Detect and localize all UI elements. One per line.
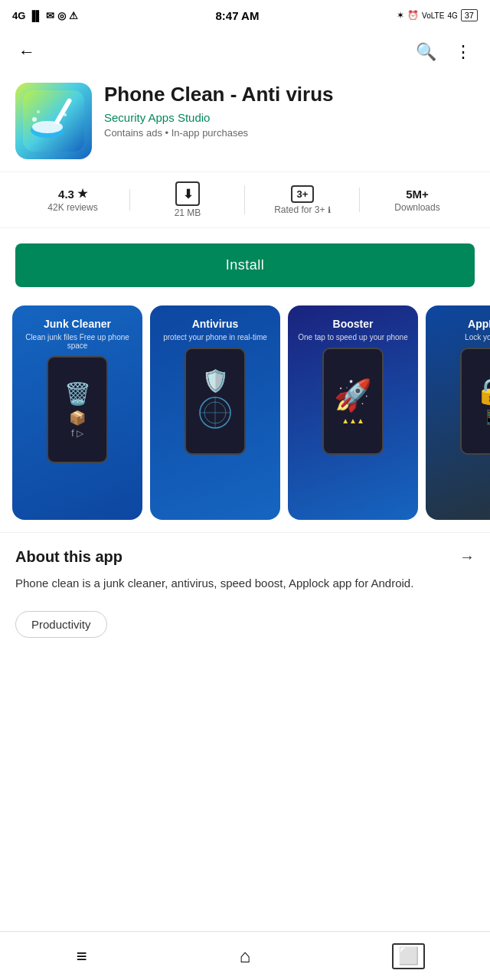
warning-icon: ⚠ [69, 10, 78, 21]
sc-title-2: Antivirus [186, 318, 245, 330]
bottom-nav-home[interactable]: ⌂ [163, 932, 326, 980]
stat-rating: 4.3 ★ 42K reviews [15, 187, 130, 213]
star-icon: ★ [77, 187, 87, 201]
back-nav-icon: ⬜ [392, 943, 425, 969]
app-icon [15, 83, 92, 159]
rating-value: 4.3 ★ [58, 187, 87, 201]
install-button[interactable]: Install [15, 243, 475, 287]
svg-point-5 [64, 113, 67, 116]
screenshot-applock[interactable]: AppLock Lock your apps 🔒 📱 [426, 305, 490, 520]
sc-subtitle-1: Clean junk files Free up phone space [12, 333, 142, 350]
home-icon: ⌂ [240, 946, 251, 967]
stats-row: 4.3 ★ 42K reviews ⬇ 21 MB 3+ Rated for 3… [0, 172, 490, 228]
about-section: About this app → Phone clean is a junk c… [0, 532, 490, 602]
sc-subtitle-4: Lock your apps [459, 333, 490, 341]
size-label: 21 MB [175, 207, 201, 218]
sc-title-1: Junk Cleaner [38, 318, 117, 330]
menu-icon: ≡ [77, 946, 87, 967]
search-button[interactable]: 🔍 [410, 36, 443, 68]
bottom-nav-menu[interactable]: ≡ [0, 932, 163, 980]
sc-phone-2: 🛡️ [185, 348, 246, 455]
app-info: Phone Clean - Anti virus Security Apps S… [104, 83, 475, 139]
sc-title-3: Booster [327, 318, 380, 330]
about-header: About this app → [15, 548, 475, 566]
volte-icon: VoLTE [422, 11, 444, 20]
bottom-nav: ≡ ⌂ ⬜ [0, 931, 490, 980]
nav-bar: ← 🔍 ⋮ [0, 31, 490, 74]
download-icon: ⬇ [175, 181, 200, 206]
signal-bars: ▐▌ [28, 10, 42, 21]
more-options-button[interactable]: ⋮ [449, 36, 478, 68]
status-left: 4G ▐▌ ✉ ◎ ⚠ [12, 10, 78, 21]
svg-point-4 [32, 117, 37, 122]
status-time: 8:47 AM [215, 9, 259, 22]
status-bar: 4G ▐▌ ✉ ◎ ⚠ 8:47 AM ✶ ⏰ VoLTE 4G 37 [0, 0, 490, 31]
sc-phone-3: 🚀 ▲▲▲ [322, 348, 384, 455]
size-value: ⬇ [175, 181, 200, 206]
tag-section: Productivity [0, 602, 490, 653]
bluetooth-icon: ✶ [397, 10, 404, 21]
svg-rect-0 [23, 90, 84, 152]
svg-point-3 [32, 121, 63, 133]
screenshot-booster[interactable]: Booster One tap to speed up your phone 🚀… [288, 305, 418, 520]
sc-phone-4: 🔒 📱 [460, 348, 490, 455]
svg-point-6 [37, 110, 40, 113]
sc-subtitle-2: protect your phone in real-time [157, 333, 273, 341]
downloads-label: Downloads [394, 202, 439, 213]
message-icon: ✉ [46, 10, 54, 21]
screenshot-junk-cleaner[interactable]: Junk Cleaner Clean junk files Free up ph… [12, 305, 142, 520]
bottom-nav-back[interactable]: ⬜ [327, 932, 490, 980]
whatsapp-icon: ◎ [57, 10, 66, 21]
age-label: Rated for 3+ ℹ [274, 204, 331, 215]
downloads-value: 5M+ [406, 188, 429, 201]
app-developer[interactable]: Security Apps Studio [104, 111, 475, 124]
signal-icon: 4G [12, 10, 25, 21]
age-value: 3+ [291, 185, 315, 203]
nav-right-icons: 🔍 ⋮ [410, 36, 478, 68]
screenshots-section: Junk Cleaner Clean junk files Free up ph… [0, 299, 490, 532]
status-right: ✶ ⏰ VoLTE 4G 37 [397, 9, 478, 21]
back-button[interactable]: ← [12, 36, 41, 68]
screenshot-antivirus[interactable]: Antivirus protect your phone in real-tim… [150, 305, 280, 520]
about-title: About this app [15, 548, 122, 566]
sc-subtitle-3: One tap to speed up your phone [292, 333, 413, 341]
alarm-icon: ⏰ [407, 10, 419, 21]
age-rating-box: 3+ [291, 185, 315, 203]
about-description: Phone clean is a junk cleaner, antivirus… [15, 575, 475, 593]
app-meta: Contains ads • In-app purchases [104, 127, 475, 139]
rating-label: 42K reviews [47, 202, 97, 213]
app-title: Phone Clean - Anti virus [104, 83, 475, 106]
battery-icon: 37 [461, 9, 478, 21]
about-arrow-button[interactable]: → [459, 548, 475, 566]
info-icon: ℹ [328, 205, 331, 214]
app-header: Phone Clean - Anti virus Security Apps S… [0, 74, 490, 172]
install-section: Install [0, 231, 490, 299]
stat-size: ⬇ 21 MB [130, 181, 245, 218]
sc-title-4: AppLock [462, 318, 490, 330]
productivity-tag[interactable]: Productivity [15, 611, 107, 638]
stat-age: 3+ Rated for 3+ ℹ [245, 185, 360, 215]
stat-downloads: 5M+ Downloads [360, 188, 475, 213]
sc-phone-1: 🗑️ 📦 f ▷ [47, 356, 108, 463]
signal-4g-icon: 4G [447, 11, 457, 20]
screenshots-scroll[interactable]: Junk Cleaner Clean junk files Free up ph… [0, 305, 490, 520]
